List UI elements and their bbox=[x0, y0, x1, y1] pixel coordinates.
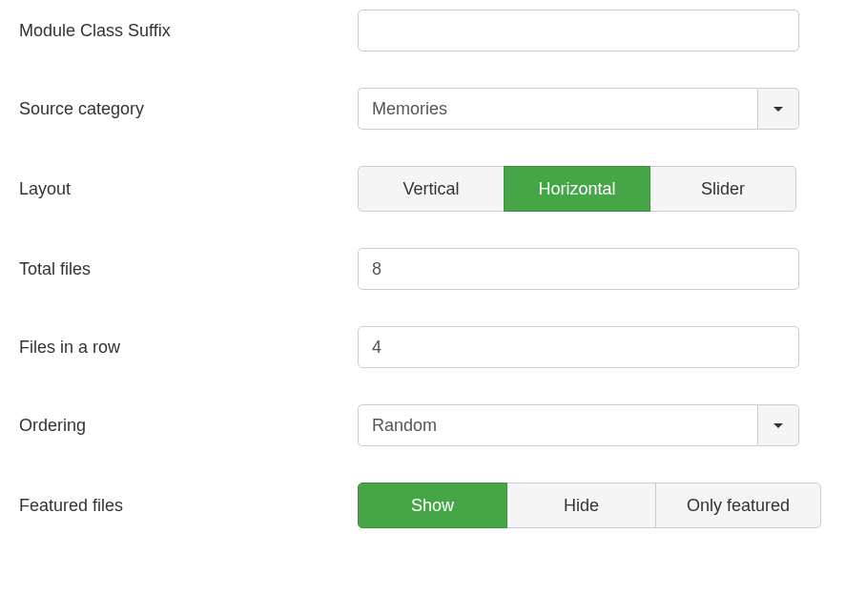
control-files-in-row bbox=[358, 326, 799, 368]
control-layout: Vertical Horizontal Slider bbox=[358, 166, 796, 212]
label-ordering: Ordering bbox=[19, 416, 358, 436]
chevron-down-icon bbox=[773, 107, 783, 112]
source-category-select[interactable]: Memories bbox=[358, 88, 799, 130]
chevron-down-icon bbox=[773, 423, 783, 428]
control-total-files bbox=[358, 248, 799, 290]
featured-option-only[interactable]: Only featured bbox=[655, 483, 821, 528]
layout-option-slider[interactable]: Slider bbox=[650, 166, 796, 212]
featured-option-show[interactable]: Show bbox=[358, 483, 507, 528]
row-layout: Layout Vertical Horizontal Slider bbox=[19, 166, 866, 212]
ordering-select[interactable]: Random bbox=[358, 404, 799, 446]
label-files-in-row: Files in a row bbox=[19, 338, 358, 358]
layout-button-group: Vertical Horizontal Slider bbox=[358, 166, 796, 212]
control-ordering: Random bbox=[358, 404, 799, 446]
total-files-input[interactable] bbox=[358, 248, 799, 290]
label-featured-files: Featured files bbox=[19, 496, 358, 516]
layout-option-horizontal[interactable]: Horizontal bbox=[504, 166, 650, 212]
control-source-category: Memories bbox=[358, 88, 799, 130]
row-total-files: Total files bbox=[19, 248, 866, 290]
row-ordering: Ordering Random bbox=[19, 404, 866, 446]
files-in-row-input[interactable] bbox=[358, 326, 799, 368]
control-module-class-suffix bbox=[358, 10, 799, 51]
label-total-files: Total files bbox=[19, 259, 358, 279]
source-category-value: Memories bbox=[358, 88, 757, 130]
control-featured-files: Show Hide Only featured bbox=[358, 483, 821, 528]
layout-option-vertical[interactable]: Vertical bbox=[358, 166, 505, 212]
source-category-toggle[interactable] bbox=[757, 88, 799, 130]
featured-option-hide[interactable]: Hide bbox=[506, 483, 656, 528]
label-source-category: Source category bbox=[19, 99, 358, 119]
row-module-class-suffix: Module Class Suffix bbox=[19, 10, 866, 51]
ordering-toggle[interactable] bbox=[757, 404, 799, 446]
row-files-in-row: Files in a row bbox=[19, 326, 866, 368]
row-featured-files: Featured files Show Hide Only featured bbox=[19, 483, 866, 528]
featured-files-button-group: Show Hide Only featured bbox=[358, 483, 821, 528]
label-module-class-suffix: Module Class Suffix bbox=[19, 21, 358, 41]
row-source-category: Source category Memories bbox=[19, 88, 866, 130]
ordering-value: Random bbox=[358, 404, 757, 446]
module-class-suffix-input[interactable] bbox=[358, 10, 799, 51]
label-layout: Layout bbox=[19, 179, 358, 199]
